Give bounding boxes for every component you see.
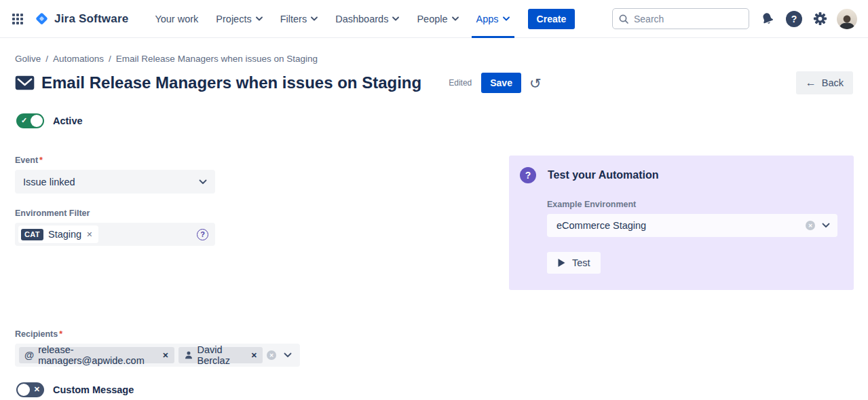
- chevron-down-icon: [284, 352, 292, 358]
- bell-icon: [759, 11, 776, 27]
- nav-item-projects[interactable]: Projects: [207, 0, 271, 38]
- example-environment-select[interactable]: eCommerce Staging ✕: [547, 214, 837, 237]
- recipient-chip-email: @ release-managers@apwide.com ✕: [19, 347, 174, 363]
- clear-all-icon[interactable]: ✕: [267, 350, 276, 360]
- question-circle-icon: ?: [520, 167, 536, 183]
- required-asterisk: *: [59, 329, 62, 339]
- nav-item-filters[interactable]: Filters: [271, 0, 326, 38]
- toggle-knob: [31, 115, 43, 127]
- question-icon: ?: [786, 11, 802, 27]
- remove-chip-icon[interactable]: ✕: [162, 351, 168, 360]
- active-toggle-label: Active: [53, 115, 83, 126]
- app-switcher-icon: [12, 14, 23, 24]
- content-row: Event* Issue linked Environment Filter C…: [0, 156, 868, 290]
- remove-chip-icon[interactable]: ✕: [86, 230, 92, 239]
- clear-selection-icon[interactable]: ✕: [806, 221, 815, 230]
- at-icon: @: [24, 350, 34, 361]
- breadcrumb-separator: /: [109, 54, 111, 64]
- chevron-down-icon: [256, 16, 263, 21]
- environment-chip: CAT Staging ✕: [18, 225, 98, 243]
- chevron-down-icon: [452, 16, 459, 21]
- back-arrow-icon: ←: [806, 77, 816, 89]
- help-icon[interactable]: ?: [197, 229, 208, 240]
- custom-message-row: ✕ Custom Message: [0, 382, 868, 397]
- notifications-button[interactable]: [759, 11, 776, 27]
- settings-button[interactable]: [812, 11, 828, 26]
- nav-item-people[interactable]: People: [408, 0, 467, 38]
- brand-name: Jira Software: [54, 12, 128, 26]
- example-environment-value: eCommerce Staging: [556, 220, 646, 231]
- chevron-down-icon: [199, 179, 207, 185]
- help-button[interactable]: ?: [786, 11, 802, 27]
- event-label: Event*: [15, 156, 215, 165]
- custom-message-toggle[interactable]: ✕: [16, 382, 44, 397]
- test-panel-header: ? Test your Automation: [520, 167, 837, 183]
- remove-chip-icon[interactable]: ✕: [251, 351, 257, 360]
- event-select[interactable]: Issue linked: [15, 170, 215, 194]
- test-automation-panel: ? Test your Automation Example Environme…: [509, 156, 854, 290]
- test-button[interactable]: Test: [547, 252, 601, 274]
- check-icon: ✓: [21, 116, 27, 125]
- primary-nav: Your work Projects Filters Dashboards Pe…: [146, 0, 518, 38]
- person-icon: [184, 350, 193, 360]
- app-switcher-button[interactable]: [12, 14, 23, 24]
- environment-filter-field[interactable]: CAT Staging ✕ ?: [15, 223, 215, 246]
- event-value: Issue linked: [23, 177, 75, 187]
- title-row: Email Release Managers when issues on St…: [0, 71, 868, 94]
- active-toggle[interactable]: ✓: [16, 113, 44, 128]
- save-button[interactable]: Save: [481, 73, 521, 93]
- play-icon: [557, 258, 566, 268]
- email-envelope-icon: [15, 75, 35, 91]
- environment-filter-label: Environment Filter: [15, 208, 215, 218]
- edited-status: Edited: [449, 78, 472, 88]
- breadcrumb-golive[interactable]: Golive: [15, 54, 41, 64]
- jira-brand-link[interactable]: Jira Software: [34, 11, 128, 26]
- undo-button[interactable]: ↺: [529, 76, 542, 90]
- example-environment-label: Example Environment: [547, 200, 837, 209]
- required-asterisk: *: [39, 156, 43, 165]
- gear-icon: [812, 11, 828, 26]
- search-box: [612, 8, 749, 29]
- event-group: Event* Issue linked: [15, 156, 215, 194]
- breadcrumb: Golive / Automations / Email Release Man…: [0, 54, 868, 64]
- user-avatar[interactable]: [837, 9, 857, 29]
- recipients-field[interactable]: @ release-managers@apwide.com ✕ David Be…: [15, 344, 300, 367]
- active-toggle-row: ✓ Active: [0, 113, 868, 128]
- environment-filter-group: Environment Filter CAT Staging ✕ ?: [15, 208, 215, 246]
- search-input[interactable]: [634, 14, 743, 24]
- chevron-down-icon: [503, 16, 510, 21]
- chevron-down-icon: [311, 16, 318, 21]
- chevron-down-icon: [822, 223, 830, 228]
- page-title: Email Release Managers when issues on St…: [41, 73, 421, 92]
- create-button[interactable]: Create: [528, 9, 575, 29]
- nav-item-apps[interactable]: Apps: [468, 0, 518, 38]
- nav-item-your-work[interactable]: Your work: [146, 0, 207, 38]
- toggle-knob: [18, 384, 30, 396]
- top-navigation: Jira Software Your work Projects Filters…: [0, 0, 868, 38]
- search-icon: [618, 14, 629, 24]
- test-panel-title: Test your Automation: [548, 169, 659, 181]
- undo-icon: ↺: [529, 75, 542, 91]
- recipients-label: Recipients*: [15, 329, 868, 339]
- automation-editor-page: Jira Software Your work Projects Filters…: [0, 0, 868, 400]
- breadcrumb-current: Email Release Managers when issues on St…: [116, 54, 318, 64]
- breadcrumb-separator: /: [45, 54, 48, 64]
- jira-logo-icon: [34, 11, 50, 26]
- back-button[interactable]: ← Back: [796, 71, 853, 94]
- cross-icon: ✕: [34, 385, 40, 394]
- test-panel-body: Example Environment eCommerce Staging ✕ …: [547, 200, 837, 274]
- breadcrumb-automations[interactable]: Automations: [53, 54, 104, 64]
- recipient-chip-user: David Berclaz ✕: [178, 347, 263, 363]
- chevron-down-icon: [392, 16, 399, 21]
- category-badge: CAT: [21, 229, 43, 240]
- recipients-group: Recipients* @ release-managers@apwide.co…: [0, 329, 868, 367]
- trigger-form: Event* Issue linked Environment Filter C…: [15, 156, 215, 246]
- custom-message-label: Custom Message: [53, 384, 134, 395]
- nav-item-dashboards[interactable]: Dashboards: [326, 0, 408, 38]
